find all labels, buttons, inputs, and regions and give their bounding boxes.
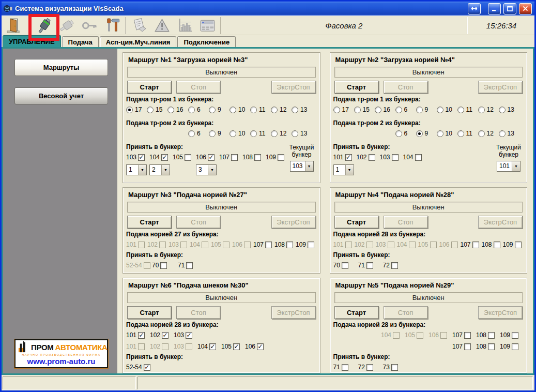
connect-icon[interactable] xyxy=(33,16,55,35)
radio-16[interactable] xyxy=(167,107,174,113)
checkbox-108[interactable] xyxy=(286,242,293,248)
radio-10[interactable] xyxy=(437,107,443,113)
dropdown[interactable]: 2▼ xyxy=(149,164,170,175)
radio-6[interactable] xyxy=(395,107,402,113)
checkbox-106[interactable]: ✓ xyxy=(208,154,215,161)
sidebar-button-1[interactable]: Маршруты xyxy=(14,59,108,76)
minimize-button[interactable] xyxy=(488,3,501,14)
checkbox-109[interactable] xyxy=(308,242,314,248)
dropdown-arrow-icon[interactable]: ▼ xyxy=(512,161,520,171)
checkbox-105[interactable]: ✓ xyxy=(233,343,240,350)
route-button-Старт[interactable]: Старт xyxy=(127,306,172,319)
radio-10[interactable] xyxy=(229,130,236,137)
checkbox-70[interactable] xyxy=(160,262,167,269)
radio-13[interactable] xyxy=(292,107,298,113)
radio-13[interactable] xyxy=(292,130,298,137)
checkbox-label: 71 xyxy=(178,262,185,269)
radio-15[interactable] xyxy=(147,107,154,113)
checkbox-104[interactable]: ✓ xyxy=(209,343,216,350)
checkbox-72[interactable] xyxy=(391,262,398,269)
dropdown[interactable]: 1▼ xyxy=(126,164,147,175)
radio-11[interactable] xyxy=(457,107,464,113)
radio-10[interactable] xyxy=(437,130,443,137)
checkbox-70[interactable] xyxy=(342,262,348,269)
current-bunker-dropdown[interactable]: 101▼ xyxy=(497,161,520,172)
radio-16[interactable] xyxy=(375,107,381,113)
route-button-Старт[interactable]: Старт xyxy=(334,216,379,229)
checkbox-107[interactable] xyxy=(464,343,471,350)
dropdown-arrow-icon[interactable]: ▼ xyxy=(208,165,216,175)
checkbox-73[interactable] xyxy=(391,364,398,371)
current-bunker-dropdown[interactable]: 103▼ xyxy=(290,161,314,172)
tab-Подача[interactable]: Подача xyxy=(62,36,99,47)
radio-11[interactable] xyxy=(250,130,257,137)
radio-12[interactable] xyxy=(271,107,278,113)
exit-door-icon[interactable] xyxy=(3,16,25,35)
checkbox-102[interactable] xyxy=(369,154,375,161)
radio-11[interactable] xyxy=(250,107,257,113)
checkbox-109[interactable] xyxy=(278,154,284,161)
checkbox-104[interactable] xyxy=(415,154,422,161)
radio-17[interactable] xyxy=(333,107,340,113)
checkbox-107[interactable] xyxy=(265,242,272,248)
checkbox-107[interactable] xyxy=(464,332,471,339)
radio-17[interactable] xyxy=(126,107,133,113)
tools-icon[interactable] xyxy=(101,16,124,35)
radio-12[interactable] xyxy=(478,130,485,137)
dropdown-arrow-icon[interactable]: ▼ xyxy=(305,161,313,171)
radio-12[interactable] xyxy=(478,107,485,113)
sidebar-button-2[interactable]: Весовой учет xyxy=(14,87,108,104)
checkbox-52-54[interactable]: ✓ xyxy=(144,364,150,371)
radio-13[interactable] xyxy=(499,130,506,137)
radio-13[interactable] xyxy=(499,107,506,113)
checkbox-71[interactable] xyxy=(342,364,348,371)
checkbox-103[interactable]: ✓ xyxy=(138,154,145,161)
checkbox-108[interactable] xyxy=(254,154,261,161)
radio-6[interactable] xyxy=(395,130,402,137)
checkbox-102[interactable]: ✓ xyxy=(162,332,169,339)
checkbox-108[interactable] xyxy=(488,343,495,350)
checkbox-103[interactable]: ✓ xyxy=(186,332,192,339)
radio-6[interactable] xyxy=(188,130,195,137)
radio-10[interactable] xyxy=(229,107,236,113)
checkbox-104[interactable]: ✓ xyxy=(161,154,168,161)
checkbox-107[interactable] xyxy=(231,154,238,161)
checkbox-72[interactable] xyxy=(366,364,373,371)
maximize-button[interactable] xyxy=(503,3,516,14)
checkbox-109[interactable] xyxy=(512,343,518,350)
tab-УПРАВЛЕНИЕ[interactable]: УПРАВЛЕНИЕ xyxy=(3,35,61,47)
checkbox-105[interactable] xyxy=(185,154,191,161)
route-button-Старт[interactable]: Старт xyxy=(127,81,172,94)
dropdown[interactable]: 1▼ xyxy=(333,164,354,175)
close-button[interactable] xyxy=(519,3,532,14)
resize-button[interactable] xyxy=(468,3,481,14)
dropdown-arrow-icon[interactable]: ▼ xyxy=(161,165,170,175)
checkbox-107[interactable] xyxy=(472,242,479,248)
radio-12[interactable] xyxy=(271,130,278,137)
dropdown-arrow-icon[interactable]: ▼ xyxy=(138,165,146,175)
radio-9[interactable] xyxy=(209,107,216,113)
radio-9[interactable] xyxy=(416,107,423,113)
tab-Подключение[interactable]: Подключение xyxy=(177,36,236,47)
dropdown[interactable]: 3▼ xyxy=(196,164,217,175)
checkbox-103[interactable] xyxy=(392,154,399,161)
dropdown-arrow-icon[interactable]: ▼ xyxy=(345,165,354,175)
radio-9[interactable] xyxy=(209,130,216,137)
route-button-Старт[interactable]: Старт xyxy=(334,81,379,94)
tab-Асп-ция.Муч.линия[interactable]: Асп-ция.Муч.линия xyxy=(100,36,177,47)
checkbox-106[interactable]: ✓ xyxy=(257,343,264,350)
route-button-Старт[interactable]: Старт xyxy=(127,216,172,229)
radio-11[interactable] xyxy=(457,130,464,137)
checkbox-101[interactable]: ✓ xyxy=(138,332,145,339)
checkbox-71[interactable] xyxy=(186,262,193,269)
checkbox-108[interactable] xyxy=(494,242,500,248)
checkbox-108[interactable] xyxy=(488,332,495,339)
checkbox-109[interactable] xyxy=(512,332,518,339)
radio-15[interactable] xyxy=(354,107,361,113)
radio-9[interactable] xyxy=(416,130,423,137)
checkbox-109[interactable] xyxy=(515,242,522,248)
route-button-Старт[interactable]: Старт xyxy=(334,306,379,319)
radio-6[interactable] xyxy=(188,107,195,113)
checkbox-101[interactable]: ✓ xyxy=(345,154,352,161)
checkbox-71[interactable] xyxy=(366,262,373,269)
